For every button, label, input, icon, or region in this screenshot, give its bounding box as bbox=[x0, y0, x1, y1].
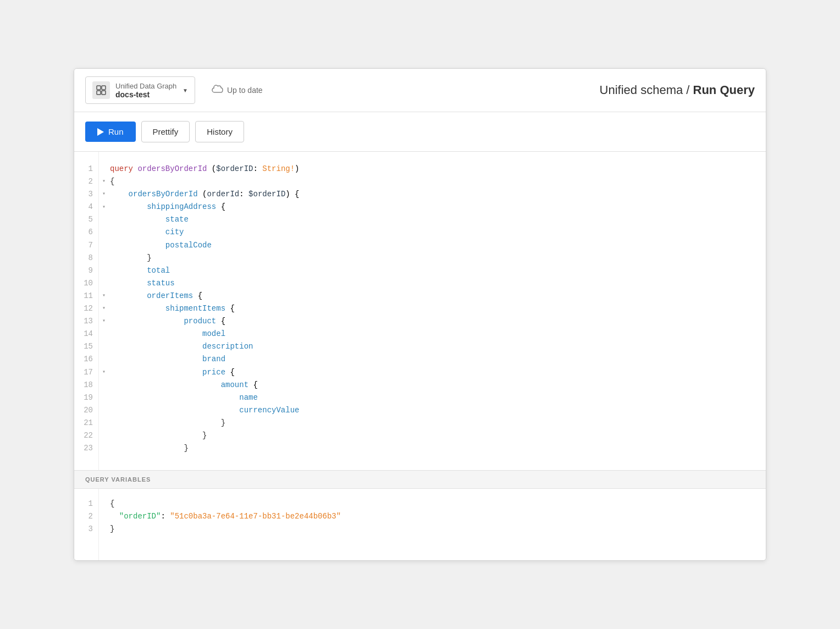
indent bbox=[110, 404, 239, 417]
var-code-token: { bbox=[110, 498, 114, 510]
svg-rect-3 bbox=[102, 91, 106, 95]
run-button[interactable]: Run bbox=[85, 122, 136, 142]
fold-arrow-icon[interactable]: ▾ bbox=[102, 177, 109, 186]
line-number: 22 bbox=[83, 429, 93, 442]
code-token: price bbox=[202, 366, 225, 379]
indent bbox=[110, 328, 202, 340]
indent bbox=[110, 429, 202, 442]
code-line: state bbox=[110, 213, 755, 226]
line-number: 13 bbox=[83, 315, 93, 328]
code-token: city bbox=[165, 226, 184, 239]
status-text: Up to date bbox=[227, 86, 263, 95]
graph-name: Unified Data Graph bbox=[115, 82, 177, 90]
code-token: brand bbox=[202, 353, 225, 366]
var-code-line: { bbox=[110, 498, 755, 510]
fold-arrow-icon bbox=[102, 216, 109, 225]
code-token: { bbox=[225, 302, 235, 315]
code-token: orderItems bbox=[147, 290, 193, 302]
var-line-number: 1 bbox=[83, 498, 93, 510]
var-code-token bbox=[110, 510, 119, 523]
variables-code[interactable]: { "orderID": "51c0ba3a-7e64-11e7-bb31-be… bbox=[99, 489, 766, 560]
cloud-icon bbox=[212, 85, 224, 96]
line-numbers: 1234567891011121314151617181920212223 bbox=[74, 152, 99, 470]
line-number: 4 bbox=[83, 201, 93, 213]
code-line: brand bbox=[110, 353, 755, 366]
indent bbox=[110, 213, 165, 226]
svg-rect-2 bbox=[97, 91, 101, 95]
indent bbox=[110, 277, 147, 290]
var-code-token: "51c0ba3a-7e64-11e7-bb31-be2e44b06b3" bbox=[170, 510, 341, 523]
fold-arrow-icon[interactable]: ▾ bbox=[102, 317, 109, 326]
fold-arrow-icon bbox=[102, 431, 109, 440]
code-token: amount bbox=[221, 379, 248, 391]
code-token: { bbox=[225, 366, 235, 379]
line-number: 16 bbox=[83, 353, 93, 366]
code-line: city bbox=[110, 226, 755, 239]
fold-arrow-icon bbox=[102, 241, 109, 250]
title-prefix: Unified schema / bbox=[600, 83, 693, 97]
code-token: : bbox=[239, 188, 248, 201]
code-token: total bbox=[147, 264, 170, 277]
indent bbox=[110, 188, 129, 201]
code-token: ( bbox=[198, 188, 207, 201]
code-line: } bbox=[110, 429, 755, 442]
code-line: postalCode bbox=[110, 239, 755, 252]
svg-rect-1 bbox=[102, 86, 106, 90]
play-icon bbox=[97, 128, 104, 136]
fold-arrow-icon[interactable]: ▾ bbox=[102, 291, 109, 301]
page-title: Unified schema / Run Query bbox=[600, 83, 755, 97]
line-number: 10 bbox=[83, 277, 93, 290]
code-line: } bbox=[110, 442, 755, 455]
code-line: amount { bbox=[110, 379, 755, 391]
code-area[interactable]: query ordersByOrderId ($orderID: String!… bbox=[99, 152, 766, 470]
code-token: orderId bbox=[207, 188, 239, 201]
prettify-button[interactable]: Prettify bbox=[141, 121, 190, 142]
svg-rect-0 bbox=[97, 86, 101, 90]
fold-arrow-icon bbox=[102, 418, 109, 428]
code-line: model bbox=[110, 328, 755, 340]
indent bbox=[110, 366, 202, 379]
code-token: status bbox=[147, 277, 174, 290]
graph-selector[interactable]: Unified Data Graph docs-test ▼ bbox=[85, 76, 195, 104]
header: Unified Data Graph docs-test ▼ Up to dat… bbox=[74, 69, 766, 112]
code-token: } bbox=[147, 252, 151, 264]
code-token: ordersByOrderId bbox=[129, 188, 198, 201]
code-token: postalCode bbox=[165, 239, 212, 252]
code-line: ▾ ordersByOrderId (orderId: $orderID) { bbox=[110, 188, 755, 201]
code-token: ordersByOrderId bbox=[137, 163, 207, 175]
code-line: ▾{ bbox=[110, 175, 755, 188]
line-number: 9 bbox=[83, 264, 93, 277]
dropdown-arrow-icon: ▼ bbox=[183, 87, 188, 93]
indent bbox=[110, 201, 147, 213]
code-line: } bbox=[110, 417, 755, 429]
code-token: query bbox=[110, 163, 137, 175]
code-token: { bbox=[110, 175, 114, 188]
line-number: 14 bbox=[83, 328, 93, 340]
fold-arrow-icon bbox=[102, 406, 109, 415]
app-container: Unified Data Graph docs-test ▼ Up to dat… bbox=[74, 68, 766, 561]
line-number: 15 bbox=[83, 340, 93, 353]
fold-arrow-icon[interactable]: ▾ bbox=[102, 368, 109, 377]
fold-arrow-icon[interactable]: ▾ bbox=[102, 304, 109, 313]
code-token: name bbox=[239, 391, 258, 404]
history-button[interactable]: History bbox=[195, 121, 244, 142]
fold-arrow-icon[interactable]: ▾ bbox=[102, 190, 109, 199]
code-line: currencyValue bbox=[110, 404, 755, 417]
indent bbox=[110, 226, 165, 239]
code-token: $orderID bbox=[216, 163, 253, 175]
fold-arrow-icon bbox=[102, 380, 109, 390]
title-bold: Run Query bbox=[693, 83, 755, 97]
fold-arrow-icon bbox=[102, 253, 109, 263]
code-token: } bbox=[202, 429, 207, 442]
graph-icon bbox=[92, 81, 110, 99]
line-number: 18 bbox=[83, 379, 93, 391]
line-number: 6 bbox=[83, 226, 93, 239]
code-line: ▾ product { bbox=[110, 315, 755, 328]
indent bbox=[110, 264, 147, 277]
graph-id: docs-test bbox=[115, 90, 177, 99]
code-line: ▾ shippingAddress { bbox=[110, 201, 755, 213]
code-token: } bbox=[184, 442, 188, 455]
code-token: state bbox=[165, 213, 189, 226]
fold-arrow-icon[interactable]: ▾ bbox=[102, 203, 109, 212]
code-token: ) { bbox=[285, 188, 299, 201]
